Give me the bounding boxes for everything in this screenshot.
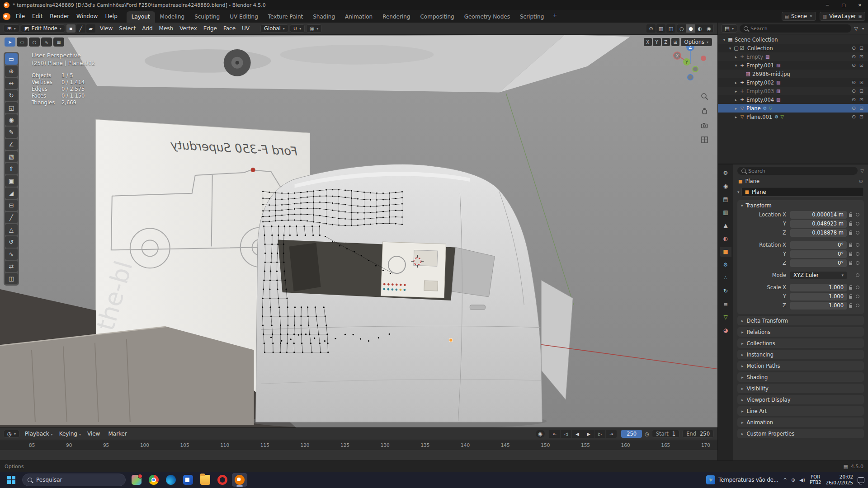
menubar-item[interactable]: Window bbox=[73, 12, 101, 21]
outliner-row[interactable]: Empty.001 bbox=[718, 61, 868, 70]
animate-dot-icon[interactable] bbox=[854, 243, 860, 247]
tool-button[interactable]: ✎ bbox=[5, 127, 18, 138]
transform-value-field[interactable]: -0.018878 m bbox=[790, 229, 847, 237]
viewport-toggle-icon[interactable]: ⊙ bbox=[646, 24, 656, 33]
render-visibility-icon[interactable] bbox=[858, 88, 865, 94]
properties-tab-icon[interactable]: ◉ bbox=[720, 181, 731, 191]
mirror-axis-toggle[interactable]: X bbox=[644, 38, 652, 46]
mode-dropdown[interactable]: ◩Edit Mode▾ bbox=[21, 24, 65, 33]
properties-tab-icon[interactable]: ■ bbox=[720, 247, 731, 257]
lock-icon[interactable] bbox=[847, 286, 854, 290]
outliner-row[interactable]: Scene Collection bbox=[718, 35, 868, 44]
taskbar-app-icon[interactable] bbox=[232, 473, 247, 487]
current-frame-field[interactable]: 250 bbox=[621, 430, 642, 438]
menubar-item[interactable]: Render bbox=[46, 12, 73, 21]
timeline-editor-dropdown[interactable]: ◷▾ bbox=[4, 430, 19, 438]
viewport-menu-item[interactable]: Face bbox=[220, 24, 239, 33]
unlink-scene-icon[interactable]: ✕ bbox=[809, 14, 813, 19]
lock-icon[interactable] bbox=[847, 252, 854, 256]
playback-button[interactable]: ◁ bbox=[561, 430, 571, 438]
scene-selector[interactable]: ▤ Scene ✕ bbox=[782, 12, 816, 21]
outliner-row[interactable]: Empty.002 bbox=[718, 78, 868, 87]
viewlayer-selector[interactable]: ▥ ViewLayer ▣ bbox=[820, 12, 865, 21]
transform-value-field[interactable]: 1.000 bbox=[790, 284, 847, 291]
expand-toggle-icon[interactable] bbox=[727, 46, 733, 51]
lock-icon[interactable] bbox=[847, 213, 854, 217]
outliner-row[interactable]: Plane.001 bbox=[718, 113, 868, 121]
expand-toggle-icon[interactable] bbox=[733, 63, 739, 68]
outliner-search-input[interactable]: Search bbox=[740, 24, 851, 33]
shading-mode-icon[interactable]: ◐ bbox=[695, 24, 704, 33]
transform-value-field[interactable]: 0° bbox=[790, 241, 847, 249]
tool-button[interactable]: ↔ bbox=[5, 78, 18, 89]
collapsed-panel-header[interactable]: Delta Transform bbox=[737, 316, 864, 325]
playback-button[interactable]: ◀ bbox=[572, 430, 583, 438]
visibility-eye-icon[interactable] bbox=[850, 97, 858, 103]
workspace-tab[interactable]: Geometry Nodes bbox=[459, 11, 515, 23]
animate-dot-icon[interactable] bbox=[854, 295, 860, 298]
workspace-tab[interactable]: Shading bbox=[308, 11, 340, 23]
transform-value-field[interactable]: 0° bbox=[790, 259, 847, 267]
menubar-item[interactable]: Edit bbox=[28, 12, 46, 21]
tool-button[interactable]: ∠ bbox=[5, 139, 18, 150]
transform-value-field[interactable]: 0.048923 m bbox=[790, 220, 847, 228]
tool-button[interactable]: ⇄ bbox=[5, 261, 18, 272]
camera-view-icon[interactable] bbox=[701, 122, 708, 129]
playback-button[interactable]: ▶ bbox=[583, 430, 594, 438]
outliner-row[interactable]: 26986-mid.jpg bbox=[718, 70, 868, 78]
taskbar-app-icon[interactable] bbox=[163, 473, 179, 487]
network-icon[interactable]: ⊕ bbox=[791, 477, 795, 483]
orientation-dropdown[interactable]: Global▾ bbox=[260, 24, 288, 33]
mirror-axis-toggle[interactable]: Y bbox=[653, 38, 661, 46]
animate-dot-icon[interactable] bbox=[854, 252, 860, 256]
zoom-icon[interactable] bbox=[701, 93, 708, 100]
outliner-options-icon[interactable]: ▾ bbox=[861, 27, 865, 31]
collapsed-panel-header[interactable]: Visibility bbox=[737, 384, 864, 393]
render-visibility-icon[interactable] bbox=[858, 62, 865, 68]
animate-dot-icon[interactable] bbox=[854, 213, 860, 216]
render-visibility-icon[interactable] bbox=[858, 45, 865, 51]
animate-dot-icon[interactable] bbox=[854, 304, 860, 307]
timeline-track-area[interactable] bbox=[0, 450, 717, 460]
menubar-item[interactable]: Help bbox=[101, 12, 121, 21]
playback-button[interactable]: ⇤ bbox=[549, 430, 560, 438]
viewport-menu-item[interactable]: Select bbox=[116, 24, 139, 33]
tool-button[interactable]: ▣ bbox=[5, 175, 18, 187]
snap-grid-icon[interactable]: ⊞ bbox=[671, 38, 679, 46]
animate-dot-icon[interactable] bbox=[854, 222, 860, 225]
viewport-canvas[interactable]: Ford F-350 Superduty the-bl bbox=[0, 35, 717, 427]
frame-start-field[interactable]: Start1 bbox=[652, 430, 679, 438]
editor-type-dropdown[interactable]: ⊞▾ bbox=[4, 24, 19, 33]
animate-dot-icon[interactable] bbox=[854, 261, 860, 265]
transform-value-field[interactable]: 0° bbox=[790, 250, 847, 258]
taskbar-app-icon[interactable] bbox=[129, 473, 144, 487]
properties-tab-icon[interactable]: ▥ bbox=[720, 207, 731, 217]
lock-icon[interactable] bbox=[847, 222, 854, 226]
workspace-tab[interactable]: Animation bbox=[340, 11, 377, 23]
properties-tab-icon[interactable]: ⚙ bbox=[720, 168, 731, 178]
blender-menu-icon[interactable] bbox=[3, 13, 10, 20]
lock-icon[interactable] bbox=[847, 304, 854, 308]
outliner-row[interactable]: Empty.003 bbox=[718, 87, 868, 95]
tool-button[interactable]: ⇑ bbox=[5, 163, 18, 174]
collapsed-panel-header[interactable]: Relations bbox=[737, 327, 864, 337]
outliner-row[interactable]: Plane bbox=[718, 104, 868, 113]
clock[interactable]: 20:02 26/07/2025 bbox=[826, 474, 853, 486]
object-name-field[interactable]: ■ Plane bbox=[741, 187, 864, 197]
workspace-tab[interactable]: Sculpting bbox=[189, 11, 225, 23]
visibility-eye-icon[interactable] bbox=[850, 62, 858, 68]
taskbar-app-icon[interactable] bbox=[180, 473, 196, 487]
taskbar-app-icon[interactable] bbox=[198, 473, 213, 487]
properties-tab-icon[interactable]: ∴ bbox=[720, 273, 731, 283]
proportional-editing-dropdown[interactable]: ◎▾ bbox=[306, 24, 322, 33]
timeline-ruler[interactable]: 8590951001051101151201251301351401451501… bbox=[0, 440, 717, 450]
tool-button[interactable]: ⊟ bbox=[5, 200, 18, 211]
workspace-tab[interactable]: Layout bbox=[127, 11, 155, 23]
tool-button[interactable]: ↻ bbox=[5, 90, 18, 101]
mesh-select-mode-icon[interactable]: ▰ bbox=[86, 24, 95, 33]
tool-button[interactable]: ◫ bbox=[5, 273, 18, 284]
lock-icon[interactable] bbox=[847, 243, 854, 247]
properties-tab-icon[interactable]: ≡ bbox=[720, 299, 731, 309]
collapsed-panel-header[interactable]: Viewport Display bbox=[737, 395, 864, 404]
pin-icon[interactable]: ⊙ bbox=[859, 178, 863, 184]
